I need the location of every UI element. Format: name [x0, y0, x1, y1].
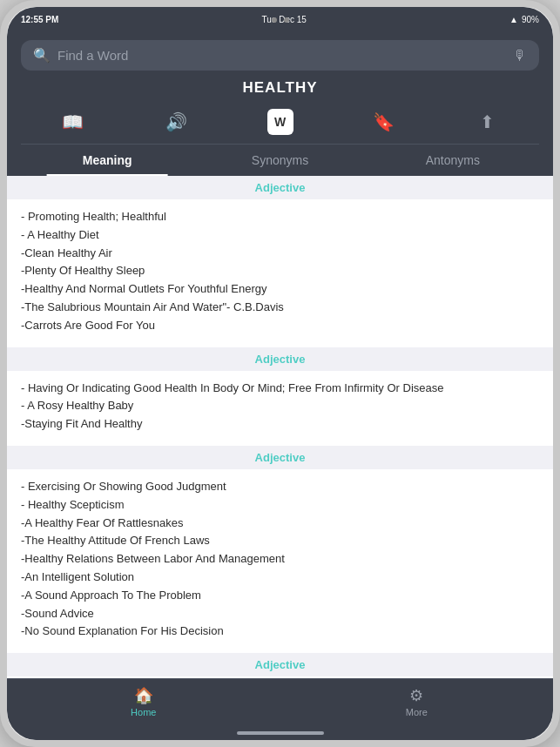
microphone-icon[interactable]: 🎙 [513, 48, 527, 64]
book-icon[interactable]: 📖 [54, 111, 92, 132]
battery-level: 90% [522, 15, 539, 24]
wifi-icon: ▲ [509, 15, 518, 24]
home-icon: 🏠 [134, 686, 153, 705]
camera-dots [272, 17, 289, 23]
search-bar[interactable]: 🔍 Find a Word 🎙 [21, 40, 539, 71]
bookmark-icon[interactable]: 🔖 [365, 111, 403, 132]
status-right: ▲ 90% [509, 15, 539, 24]
nav-more-label: More [406, 707, 428, 717]
nav-home-label: Home [131, 707, 156, 717]
wikipedia-icon[interactable]: W [261, 109, 300, 135]
definition-text-3: - Exercising Or Showing Good Judgment- H… [21, 478, 539, 641]
adjective-header-1: Adjective [7, 176, 553, 199]
speaker-icon[interactable]: 🔊 [158, 111, 196, 132]
content-area[interactable]: Adjective - Promoting Health; Healthful-… [7, 176, 553, 678]
bottom-nav: 🏠 Home ⚙ More [7, 678, 553, 730]
word-title: HEALTHY [21, 79, 539, 105]
app-header: 🔍 Find a Word 🎙 HEALTHY 📖 🔊 W 🔖 ⬆ Meanin… [7, 31, 553, 176]
home-bar [237, 731, 324, 735]
search-icon: 🔍 [33, 47, 51, 64]
home-indicator [7, 730, 553, 740]
share-icon[interactable]: ⬆ [469, 111, 507, 132]
definition-block-3: - Exercising Or Showing Good Judgment- H… [7, 469, 553, 653]
adjective-header-4: Adjective [7, 653, 553, 676]
tab-synonyms[interactable]: Synonyms [193, 145, 366, 176]
adjective-header-3: Adjective [7, 446, 553, 469]
definition-text-1: - Promoting Health; Healthful- A Healthy… [21, 208, 539, 335]
definition-block-1: - Promoting Health; Healthful- A Healthy… [7, 199, 553, 347]
definition-text-2: - Having Or Indicating Good Health In Bo… [21, 380, 539, 434]
camera-dot-2 [284, 17, 289, 23]
wiki-icon-wrap: W [267, 109, 293, 135]
tab-antonyms[interactable]: Antonyms [367, 145, 539, 176]
definition-block-2: - Having Or Indicating Good Health In Bo… [7, 371, 553, 446]
more-icon: ⚙ [409, 686, 423, 705]
nav-home[interactable]: 🏠 Home [7, 686, 280, 717]
action-icons-row: 📖 🔊 W 🔖 ⬆ [21, 105, 539, 144]
adjective-header-2: Adjective [7, 347, 553, 371]
tab-bar: Meaning Synonyms Antonyms [21, 144, 539, 176]
tablet-inner: 12:55 PM Tue Dec 15 ▲ 90% 🔍 Find a Word … [7, 7, 553, 740]
tablet-frame: 12:55 PM Tue Dec 15 ▲ 90% 🔍 Find a Word … [0, 0, 560, 747]
search-placeholder[interactable]: Find a Word [57, 48, 506, 63]
status-time: 12:55 PM [21, 15, 58, 24]
camera-dot-1 [272, 17, 277, 23]
tab-meaning[interactable]: Meaning [21, 145, 193, 176]
nav-more[interactable]: ⚙ More [280, 686, 554, 717]
